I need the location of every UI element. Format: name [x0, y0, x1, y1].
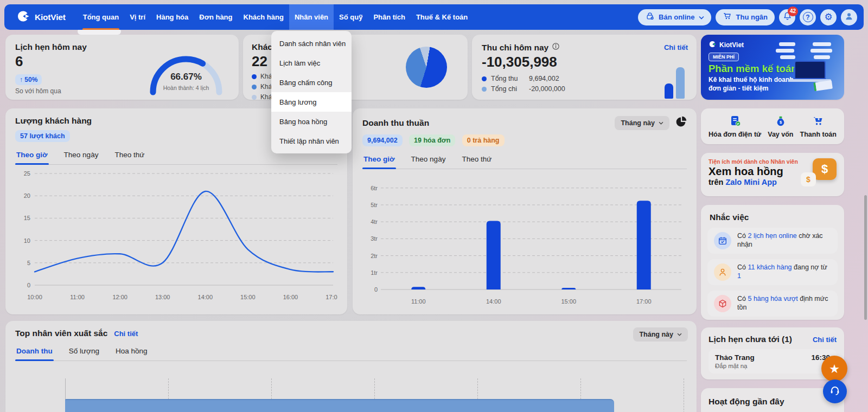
thu-ngan-button[interactable]: Thu ngân — [716, 9, 775, 25]
dollar-bubble-icon: $ — [813, 158, 837, 180]
period-select[interactable]: Tháng này — [615, 116, 669, 130]
nav-item-khach-hang[interactable]: Khách hàng — [238, 4, 289, 30]
e-invoice-icon — [729, 114, 742, 129]
row-value: -20,000,000 — [529, 85, 565, 93]
menu-item-bang-cham-cong[interactable]: Bảng chấm công — [271, 73, 352, 92]
shortcut-loan[interactable]: $ Vay vốn — [768, 114, 793, 138]
nav-item-don-hang[interactable]: Đơn hàng — [194, 4, 238, 30]
revenue-badge: 9,694,002 — [362, 134, 403, 146]
tab-theo-thu[interactable]: Theo thứ — [113, 147, 145, 164]
svg-text:20: 20 — [24, 192, 30, 199]
shortcut-payment[interactable]: k Thanh toán — [800, 114, 837, 138]
promo-banner[interactable]: KiotViet MIỄN PHÍ Phần mềm kế toán Kê kh… — [701, 35, 844, 100]
chevron-down-icon — [659, 121, 663, 125]
svg-text:3tr: 3tr — [371, 235, 378, 242]
account-button[interactable] — [841, 9, 857, 25]
info-icon[interactable] — [552, 42, 560, 53]
svg-text:11:00: 11:00 — [411, 298, 426, 305]
card-title: Lịch hẹn hôm nay — [15, 42, 229, 52]
nav-item-vi-tri[interactable]: Vị trí — [124, 4, 151, 30]
svg-text:10: 10 — [24, 237, 30, 244]
tab-so-luong[interactable]: Số lượng — [68, 343, 100, 360]
row-label: Tổng thu — [491, 75, 525, 82]
tab-theo-ngay[interactable]: Theo ngày — [410, 151, 447, 169]
support-fab[interactable] — [823, 379, 847, 403]
reminder-debt[interactable]: Có 11 khách hàng đang nợ từ 1 — [707, 259, 838, 285]
tab-theo-gio[interactable]: Theo giờ — [15, 147, 49, 164]
nav-menu: Tổng quan Vị trí Hàng hóa Đơn hàng Khách… — [78, 4, 474, 30]
period-select[interactable]: Tháng này — [633, 327, 688, 342]
tab-theo-gio[interactable]: Theo giờ — [362, 151, 396, 169]
tab-theo-ngay[interactable]: Theo ngày — [63, 147, 100, 164]
reminder-stock[interactable]: Có 5 hàng hóa vượt định mức tồn — [707, 291, 838, 317]
top-staff-detail-link[interactable]: Chi tiết — [114, 330, 138, 338]
notifications-button[interactable]: 42 — [779, 9, 795, 25]
svg-text:11:00: 11:00 — [70, 294, 85, 300]
svg-text:0: 0 — [374, 286, 378, 293]
menu-item-bang-hoa-hong[interactable]: Bảng hoa hồng — [271, 112, 352, 131]
revenue-bar-chart: 01tr2tr3tr4tr5tr6tr11:0014:0015:0017:00 — [362, 171, 687, 308]
zalo-link[interactable]: Zalo Mini App — [725, 178, 777, 186]
svg-text:4tr: 4tr — [371, 218, 378, 225]
legend-dot — [482, 76, 487, 81]
ban-online-button[interactable]: Bán online — [638, 9, 711, 25]
svg-text:0: 0 — [27, 282, 30, 288]
svg-text:15:00: 15:00 — [561, 298, 576, 305]
top-nav: KiotViet Tổng quan Vị trí Hàng hóa Đơn h… — [4, 4, 864, 30]
kiotviet-logo-icon — [709, 40, 717, 50]
period-label: Tháng này — [621, 119, 655, 127]
reminder-appointments[interactable]: Có 2 lịch hẹn online chờ xác nhận — [707, 228, 838, 254]
page-scrollbar[interactable] — [864, 195, 867, 320]
legend-dot — [252, 95, 257, 100]
help-button[interactable]: ? — [800, 9, 816, 25]
legend-dot — [482, 87, 487, 92]
zalo-pre: trên — [709, 178, 725, 186]
laptop-illustration — [794, 61, 826, 79]
tab-doanh-thu[interactable]: Doanh thu — [15, 343, 54, 360]
visits-line-chart: 051015202510:0011:0012:0013:0014:0015:00… — [15, 167, 337, 304]
question-icon: ? — [803, 12, 813, 22]
ban-online-label: Bán online — [659, 13, 694, 21]
nav-item-thue-ke-toan[interactable]: Thuế & Kế toán — [411, 4, 473, 30]
nav-item-tong-quan[interactable]: Tổng quan — [78, 4, 124, 30]
reminder-text: Có — [737, 232, 748, 240]
tab-theo-thu[interactable]: Theo thứ — [461, 151, 493, 169]
loan-icon: $ — [774, 114, 787, 129]
nav-item-phan-tich[interactable]: Phân tích — [368, 4, 411, 30]
zalo-commission-banner[interactable]: Tiện ích mới dành cho Nhân viên Xem hoa … — [701, 153, 844, 196]
svg-text:6tr: 6tr — [371, 185, 378, 191]
tab-hoa-hong[interactable]: Hoa hồng — [114, 343, 149, 360]
reminder-link: 1 — [737, 272, 741, 280]
svg-text:15: 15 — [24, 215, 30, 221]
cashflow-detail-link[interactable]: Chi tiết — [664, 43, 688, 52]
rating-fab[interactable]: ★ — [821, 356, 847, 382]
chevron-down-icon — [699, 13, 704, 21]
menu-item-lich-lam-viec[interactable]: Lịch làm việc — [271, 53, 352, 73]
thu-bar — [665, 83, 673, 99]
gauge-caption: Hoàn thành: 4 lịch — [145, 85, 227, 91]
shortcut-label: Thanh toán — [800, 131, 837, 138]
svg-text:13:00: 13:00 — [155, 294, 170, 300]
appointment-row[interactable]: Thảo Trang 16:30 Đắp mặt nạ — [709, 349, 837, 374]
menu-item-danh-sach-nhan-vien[interactable]: Danh sách nhân viên — [271, 34, 352, 53]
menu-item-thiet-lap-nhan-vien[interactable]: Thiết lập nhân viên — [271, 131, 352, 151]
menu-item-bang-luong[interactable]: Bảng lương — [271, 92, 352, 112]
shortcut-e-invoice[interactable]: Hóa đơn điện tử — [709, 114, 761, 138]
brand[interactable]: KiotViet — [16, 9, 66, 25]
service-name: Đắp mặt nạ — [715, 363, 830, 369]
chevron-down-icon — [677, 333, 682, 336]
period-label: Tháng này — [639, 331, 673, 338]
svg-text:15:00: 15:00 — [240, 294, 256, 300]
settings-button[interactable]: ⚙ — [820, 9, 837, 25]
section-title: Top nhân viên xuất sắc — [15, 329, 107, 338]
reminder-text: đang nợ từ — [792, 263, 827, 271]
nav-item-hang-hoa[interactable]: Hàng hóa — [151, 4, 194, 30]
nav-item-nhan-vien[interactable]: Nhân viên — [289, 4, 334, 30]
upcoming-detail-link[interactable]: Chi tiết — [813, 336, 837, 344]
pie-chart-toggle-icon[interactable] — [675, 116, 687, 130]
cashflow-row: Tổng thu 9,694,002 — [482, 75, 687, 82]
calendar-check-icon — [714, 232, 731, 249]
free-badge: MIỄN PHÍ — [709, 53, 739, 61]
nav-item-so-quy[interactable]: Số quỹ — [334, 4, 368, 30]
invoices-badge: 19 hóa đơn — [409, 134, 455, 146]
